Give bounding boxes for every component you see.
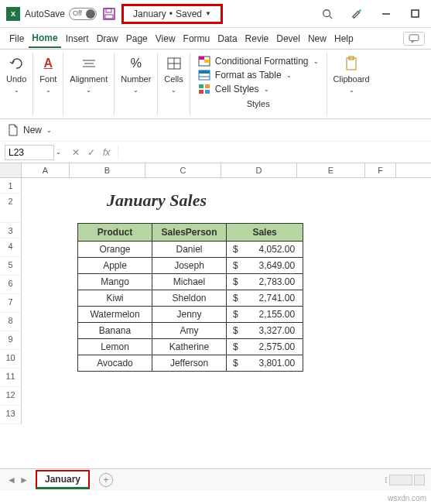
row-header-7[interactable]: 7 — [0, 294, 22, 313]
search-icon[interactable] — [318, 5, 337, 23]
menu-data[interactable]: Data — [214, 30, 240, 47]
cell-person[interactable]: Michael — [152, 274, 227, 290]
row-header-1[interactable]: 1 — [0, 178, 22, 194]
cell-person[interactable]: Daniel — [152, 242, 227, 258]
col-header-B[interactable]: B — [70, 163, 145, 177]
table-row[interactable]: MangoMichael$2,783.00 — [78, 274, 303, 290]
col-sales[interactable]: Sales — [227, 224, 303, 242]
cell-product[interactable]: Orange — [78, 242, 152, 258]
select-all-corner[interactable] — [0, 163, 22, 177]
table-row[interactable]: BananaAmy$3,327.00 — [78, 323, 303, 339]
new-bar[interactable]: New ⌄ — [0, 119, 431, 142]
cell-currency[interactable]: $ — [227, 323, 245, 339]
alignment-button[interactable]: Alignment ⌄ — [70, 56, 108, 94]
cell-sales[interactable]: 2,741.00 — [245, 290, 303, 307]
cell-person[interactable]: Jefferson — [152, 355, 227, 372]
cell-person[interactable]: Katherine — [152, 339, 227, 355]
cell-sales[interactable]: 2,155.00 — [245, 307, 303, 323]
cell-product[interactable]: Mango — [78, 274, 152, 290]
menu-view[interactable]: View — [152, 30, 179, 47]
col-salesperson[interactable]: SalesPerson — [152, 224, 227, 242]
cancel-formula-icon[interactable]: ✕ — [69, 146, 83, 159]
cell-sales[interactable]: 2,575.00 — [245, 339, 303, 355]
row-header-2[interactable]: 2 — [0, 194, 22, 223]
minimize-button[interactable] — [377, 5, 395, 23]
col-header-E[interactable]: E — [297, 163, 365, 177]
cell-sales[interactable]: 3,649.00 — [245, 258, 303, 274]
row-header-4[interactable]: 4 — [0, 238, 22, 257]
row-header-13[interactable]: 13 — [0, 406, 22, 424]
filename-box[interactable]: January • Saved ▼ — [121, 4, 223, 24]
tab-next-icon[interactable]: ► — [19, 475, 29, 485]
table-row[interactable]: WatermelonJenny$2,155.00 — [78, 307, 303, 323]
cell-currency[interactable]: $ — [227, 290, 245, 307]
cell-sales[interactable]: 3,327.00 — [245, 323, 303, 339]
undo-button[interactable]: Undo ⌄ — [6, 56, 26, 94]
cell-sales[interactable]: 3,801.00 — [245, 355, 303, 372]
cell-sales[interactable]: 4,052.00 — [245, 242, 303, 258]
menu-formulas[interactable]: Formu — [180, 30, 214, 47]
cell-person[interactable]: Jenny — [152, 307, 227, 323]
cell-currency[interactable]: $ — [227, 307, 245, 323]
row-header-3[interactable]: 3 — [0, 223, 22, 238]
cell-currency[interactable]: $ — [227, 258, 245, 274]
col-header-A[interactable]: A — [22, 163, 70, 177]
col-header-C[interactable]: C — [145, 163, 221, 177]
maximize-button[interactable] — [406, 5, 425, 23]
col-header-F[interactable]: F — [365, 163, 396, 177]
table-row[interactable]: AppleJoseph$3,649.00 — [78, 258, 303, 274]
cell-person[interactable]: Joseph — [152, 258, 227, 274]
font-button[interactable]: A Font ⌄ — [39, 56, 56, 94]
menu-insert[interactable]: Insert — [63, 30, 92, 47]
menu-developer[interactable]: Devel — [273, 30, 303, 47]
add-sheet-button[interactable]: + — [99, 473, 113, 487]
cells-area[interactable]: January Sales Product SalesPerson Sales … — [22, 178, 431, 424]
menu-page[interactable]: Page — [123, 30, 151, 47]
pen-icon[interactable] — [347, 5, 366, 23]
conditional-formatting-button[interactable]: Conditional Formatting ⌄ — [198, 56, 319, 67]
comments-button[interactable] — [403, 32, 425, 46]
menu-file[interactable]: File — [6, 30, 27, 47]
cell-sales[interactable]: 2,783.00 — [245, 274, 303, 290]
row-header-8[interactable]: 8 — [0, 313, 22, 331]
clipboard-button[interactable]: Clipboard ⌄ — [334, 56, 370, 94]
cell-product[interactable]: Kiwi — [78, 290, 152, 307]
table-row[interactable]: AvocadoJefferson$3,801.00 — [78, 355, 303, 372]
name-box-dropdown[interactable]: ⌄ — [56, 149, 61, 156]
save-icon[interactable] — [103, 8, 115, 20]
menu-new[interactable]: New — [305, 30, 330, 47]
cells-button[interactable]: Cells ⌄ — [164, 56, 183, 94]
sheet-tab-january[interactable]: January — [36, 470, 90, 489]
cell-currency[interactable]: $ — [227, 274, 245, 290]
table-row[interactable]: LemonKatherine$2,575.00 — [78, 339, 303, 355]
formula-input[interactable] — [118, 145, 426, 159]
cell-currency[interactable]: $ — [227, 339, 245, 355]
name-box[interactable] — [5, 145, 54, 160]
cell-person[interactable]: Amy — [152, 323, 227, 339]
row-header-9[interactable]: 9 — [0, 331, 22, 350]
col-header-D[interactable]: D — [221, 163, 297, 177]
cell-product[interactable]: Watermelon — [78, 307, 152, 323]
tab-prev-icon[interactable]: ◄ — [6, 475, 17, 485]
cell-product[interactable]: Avocado — [78, 355, 152, 372]
horizontal-scrollbar[interactable]: ⁝ — [385, 475, 425, 485]
menu-review[interactable]: Revie — [242, 30, 272, 47]
autosave-toggle-group[interactable]: AutoSave Off — [25, 8, 97, 20]
format-as-table-button[interactable]: Format as Table ⌄ — [198, 70, 292, 81]
cell-product[interactable]: Apple — [78, 258, 152, 274]
table-row[interactable]: KiwiSheldon$2,741.00 — [78, 290, 303, 307]
table-row[interactable]: OrangeDaniel$4,052.00 — [78, 242, 303, 258]
row-header-6[interactable]: 6 — [0, 276, 22, 294]
row-header-5[interactable]: 5 — [0, 257, 22, 276]
cell-person[interactable]: Sheldon — [152, 290, 227, 307]
fx-icon[interactable]: fx — [100, 146, 113, 159]
cell-currency[interactable]: $ — [227, 242, 245, 258]
row-header-11[interactable]: 11 — [0, 369, 22, 387]
cell-styles-button[interactable]: Cell Styles ⌄ — [198, 84, 269, 94]
menu-draw[interactable]: Draw — [94, 30, 121, 47]
menu-help[interactable]: Help — [331, 30, 357, 47]
cell-product[interactable]: Lemon — [78, 339, 152, 355]
row-header-10[interactable]: 10 — [0, 350, 22, 369]
autosave-toggle[interactable]: Off — [69, 8, 97, 20]
cell-product[interactable]: Banana — [78, 323, 152, 339]
